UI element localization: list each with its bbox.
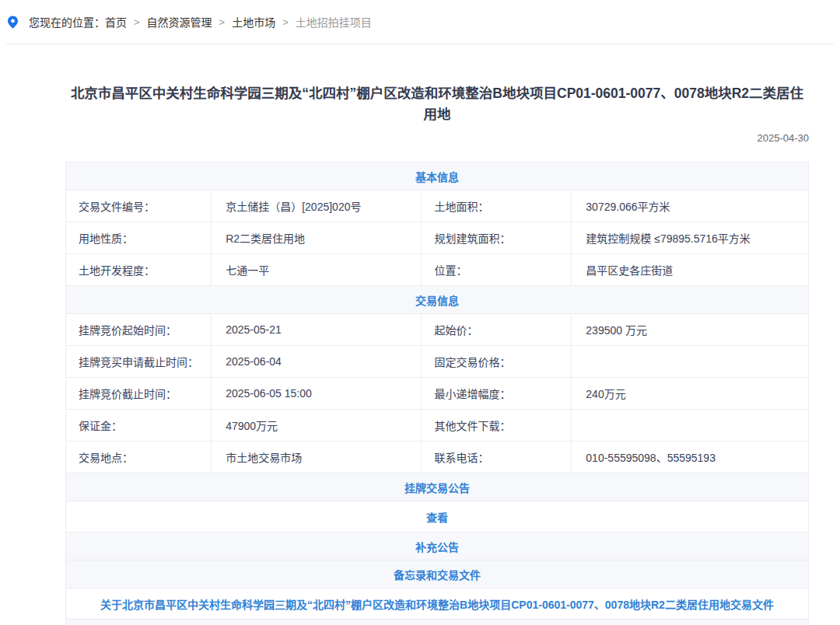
label-fixed-price: 固定交易价格： [422,346,572,378]
table-row: 查看 [66,501,809,532]
section-header-basic-info: 基本信息 [66,162,809,190]
value-starting-price: 239500 万元 [572,314,809,346]
label-planned-building-area: 规划建筑面积： [422,222,572,254]
section-header-trade-info: 交易信息 [66,286,809,314]
next-section-header-partial [65,620,809,625]
value-development-degree: 七通一平 [212,254,422,286]
label-land-use-type: 用地性质： [66,222,212,254]
location-pin-icon [8,16,18,29]
table-row: 保证金： 47900万元 其他文件下载： [66,410,809,442]
label-min-increment: 最小递增幅度： [422,378,572,410]
table-row: 交易文件编号： 京土储挂（昌）[2025]020号 土地面积： 30729.06… [66,190,809,222]
table-row: 土地开发程度： 七通一平 位置： 昌平区史各庄街道 [66,254,809,286]
value-doc-number: 京土储挂（昌）[2025]020号 [212,190,422,222]
value-listing-start-time: 2025-05-21 [212,314,422,346]
label-development-degree: 土地开发程度： [66,254,212,286]
breadcrumb-separator: > [134,16,140,28]
value-min-increment: 240万元 [572,378,809,410]
label-starting-price: 起始价： [422,314,572,346]
breadcrumb: 您现在的位置： 首页 > 自然资源管理 > 土地市场 > 土地招拍挂项目 [0,0,840,44]
breadcrumb-prefix: 您现在的位置： [29,14,105,30]
label-listing-start-time: 挂牌竞价起始时间： [66,314,212,346]
breadcrumb-item-natural-resources[interactable]: 自然资源管理 [147,14,212,30]
view-announcement-link[interactable]: 查看 [426,512,448,524]
section-header-listing-announcement: 挂牌交易公告 [66,473,809,501]
label-bidding-deadline: 挂牌竞价截止时间： [66,378,212,410]
section-header-supplementary-announcement: 补充公告 [66,532,809,560]
breadcrumb-item-current-page: 土地招拍挂项目 [296,14,372,30]
land-detail-table: 基本信息 交易文件编号： 京土储挂（昌）[2025]020号 土地面积： 307… [65,162,809,620]
main-content: 北京市昌平区中关村生命科学园三期及“北四村”棚户区改造和环境整治B地块项目CP0… [65,83,809,625]
header-divider [6,44,834,44]
label-contact-phone: 联系电话： [422,442,572,473]
label-deposit: 保证金： [66,410,212,442]
table-row: 基本信息 [66,162,809,190]
label-other-files-download: 其他文件下载： [422,410,572,442]
breadcrumb-separator: > [282,16,289,28]
value-trade-venue: 市土地交易市场 [212,442,422,473]
value-contact-phone: 010-55595098、55595193 [572,442,809,473]
value-location: 昌平区史各庄街道 [572,254,809,286]
value-fixed-price [572,346,809,378]
table-row: 关于北京市昌平区中关村生命科学园三期及“北四村”棚户区改造和环境整治B地块项目C… [66,588,809,620]
publish-date: 2025-04-30 [65,132,809,144]
label-land-area: 土地面积： [422,190,572,222]
table-row: 挂牌竞价截止时间： 2025-06-05 15:00 最小递增幅度： 240万元 [66,378,809,410]
trade-document-link[interactable]: 关于北京市昌平区中关村生命科学园三期及“北四村”棚户区改造和环境整治B地块项目C… [100,599,774,611]
table-row: 用地性质： R2二类居住用地 规划建筑面积： 建筑控制规模 ≤79895.571… [66,222,809,254]
value-land-area: 30729.066平方米 [572,190,809,222]
section-header-memo-and-documents: 备忘录和交易文件 [66,560,809,588]
table-row: 挂牌竞买申请截止时间： 2025-06-04 固定交易价格： [66,346,809,378]
value-land-use-type: R2二类居住用地 [212,222,422,254]
table-row: 补充公告 [66,532,809,560]
breadcrumb-item-land-market[interactable]: 土地市场 [232,14,275,30]
breadcrumb-item-home[interactable]: 首页 [105,14,127,30]
value-other-files-download [572,410,809,442]
table-row: 挂牌竞价起始时间： 2025-05-21 起始价： 239500 万元 [66,314,809,346]
table-row: 交易信息 [66,286,809,314]
label-doc-number: 交易文件编号： [66,190,212,222]
table-row: 挂牌交易公告 [66,473,809,501]
table-row: 备忘录和交易文件 [66,560,809,588]
page-title: 北京市昌平区中关村生命科学园三期及“北四村”棚户区改造和环境整治B地块项目CP0… [65,83,809,125]
value-planned-building-area: 建筑控制规模 ≤79895.5716平方米 [572,222,809,254]
label-trade-venue: 交易地点： [66,442,212,473]
value-bidding-deadline: 2025-06-05 15:00 [212,378,422,410]
table-row: 交易地点： 市土地交易市场 联系电话： 010-55595098、5559519… [66,442,809,473]
breadcrumb-separator: > [219,16,226,28]
label-application-deadline: 挂牌竞买申请截止时间： [66,346,212,378]
value-deposit: 47900万元 [212,410,422,442]
value-application-deadline: 2025-06-04 [212,346,422,378]
label-location: 位置： [422,254,572,286]
